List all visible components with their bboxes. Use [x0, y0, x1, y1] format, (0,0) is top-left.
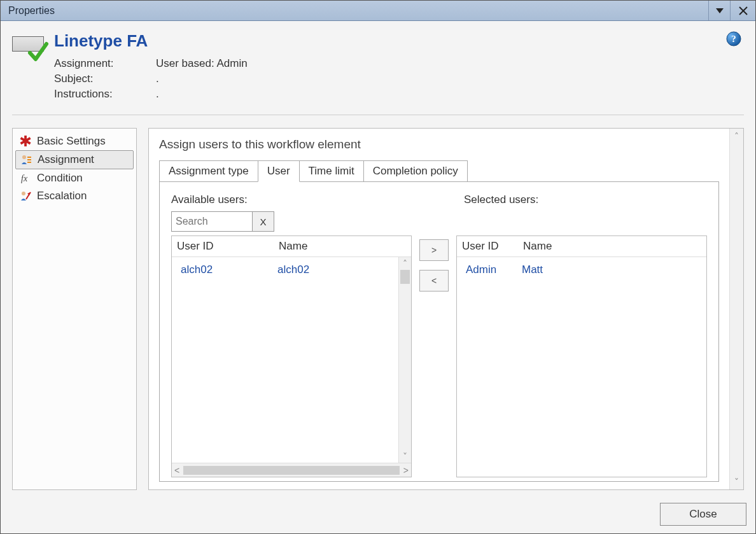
content-title: Assign users to this workflow element	[159, 137, 719, 151]
close-icon	[738, 6, 748, 16]
content-vertical-scrollbar[interactable]: ˄ ˅	[729, 129, 743, 489]
escalation-icon	[19, 190, 32, 202]
scroll-thumb[interactable]	[400, 270, 410, 284]
scroll-down-icon: ˅	[403, 451, 407, 461]
tab-assignment-type[interactable]: Assignment type	[159, 160, 258, 182]
function-icon: fx	[19, 172, 32, 185]
sidebar-item-label: Condition	[37, 172, 83, 185]
instructions-value: .	[156, 88, 248, 101]
body: ✱ Basic Settings Assignment	[1, 115, 755, 496]
list-item[interactable]: alch02 alch02	[177, 262, 406, 278]
titlebar-close-button[interactable]	[730, 1, 755, 20]
available-users-list: User ID Name alch02 alch02	[171, 235, 412, 477]
header: Linetype FA Assignment: User based: Admi…	[1, 21, 755, 109]
selected-users-label: Selected users:	[464, 193, 707, 206]
scroll-left-icon: <	[174, 465, 179, 475]
selected-row-id: Admin	[466, 263, 522, 276]
list-item[interactable]: Admin Matt	[462, 262, 701, 278]
help-button[interactable]: ?	[726, 31, 741, 46]
tab-completion-policy[interactable]: Completion policy	[363, 160, 468, 182]
sidebar-item-basic-settings[interactable]: ✱ Basic Settings	[15, 132, 134, 150]
sidebar-item-label: Escalation	[37, 190, 87, 202]
tab-row: Assignment type User Time limit Completi…	[159, 160, 719, 182]
available-row-name: alch02	[277, 263, 402, 276]
workflow-element-icon	[12, 36, 45, 63]
sidebar: ✱ Basic Settings Assignment	[12, 128, 137, 490]
tab-time-limit[interactable]: Time limit	[299, 160, 364, 182]
scroll-up-icon: ˄	[403, 258, 407, 269]
window-title: Properties	[8, 5, 55, 17]
checkmark-icon	[27, 41, 49, 63]
svg-text:✱: ✱	[20, 136, 31, 147]
available-col-name[interactable]: Name	[279, 240, 406, 253]
close-button[interactable]: Close	[660, 503, 746, 526]
svg-rect-9	[27, 162, 31, 163]
svg-rect-7	[27, 157, 31, 158]
available-vertical-scrollbar[interactable]: ˄ ˅	[398, 257, 411, 463]
asterisk-icon: ✱	[19, 135, 32, 148]
assignment-label: Assignment:	[54, 57, 150, 70]
sidebar-item-assignment[interactable]: Assignment	[15, 150, 134, 169]
instructions-label: Instructions:	[54, 88, 150, 101]
content-panel: Assign users to this workflow element As…	[148, 128, 744, 490]
footer: Close	[1, 496, 755, 533]
selected-users-list: User ID Name Admin Matt	[456, 235, 707, 477]
sidebar-item-escalation[interactable]: Escalation	[15, 187, 134, 205]
properties-window: Properties	[0, 0, 756, 534]
selected-col-name[interactable]: Name	[523, 240, 701, 253]
add-user-button[interactable]: >	[419, 239, 449, 261]
titlebar: Properties	[1, 1, 755, 21]
sidebar-item-label: Assignment	[38, 153, 94, 166]
element-title: Linetype FA	[54, 31, 248, 51]
chevron-down-icon	[716, 8, 724, 13]
available-row-id: alch02	[181, 263, 277, 276]
remove-user-button[interactable]: <	[419, 270, 449, 292]
available-users-label: Available users:	[171, 193, 426, 206]
svg-point-11	[22, 192, 25, 195]
svg-marker-0	[716, 8, 724, 13]
svg-text:?: ?	[731, 34, 736, 44]
subject-label: Subject:	[54, 73, 150, 85]
search-clear-button[interactable]: X	[253, 211, 274, 232]
sidebar-item-condition[interactable]: fx Condition	[15, 169, 134, 187]
scroll-down-icon: ˅	[734, 477, 739, 487]
tab-content: Available users: Selected users: X	[159, 181, 719, 482]
user-assignment-icon	[20, 153, 32, 166]
move-buttons: > <	[419, 211, 449, 477]
help-icon: ?	[726, 31, 741, 46]
titlebar-controls	[708, 1, 755, 20]
titlebar-dropdown-button[interactable]	[708, 1, 730, 20]
scroll-thumb[interactable]	[183, 466, 400, 475]
search-input[interactable]	[171, 211, 253, 232]
sidebar-item-label: Basic Settings	[37, 135, 106, 148]
svg-rect-8	[27, 159, 31, 160]
subject-value: .	[156, 73, 248, 85]
selected-row-name: Matt	[522, 263, 697, 276]
tab-user[interactable]: User	[258, 160, 300, 182]
scroll-up-icon: ˄	[734, 131, 739, 141]
assignment-value: User based: Admin	[156, 57, 248, 70]
scroll-right-icon: >	[403, 465, 409, 475]
svg-text:fx: fx	[21, 174, 28, 183]
selected-col-userid[interactable]: User ID	[462, 240, 523, 253]
available-col-userid[interactable]: User ID	[177, 240, 279, 253]
available-horizontal-scrollbar[interactable]: < >	[172, 463, 411, 477]
svg-point-6	[22, 155, 26, 159]
